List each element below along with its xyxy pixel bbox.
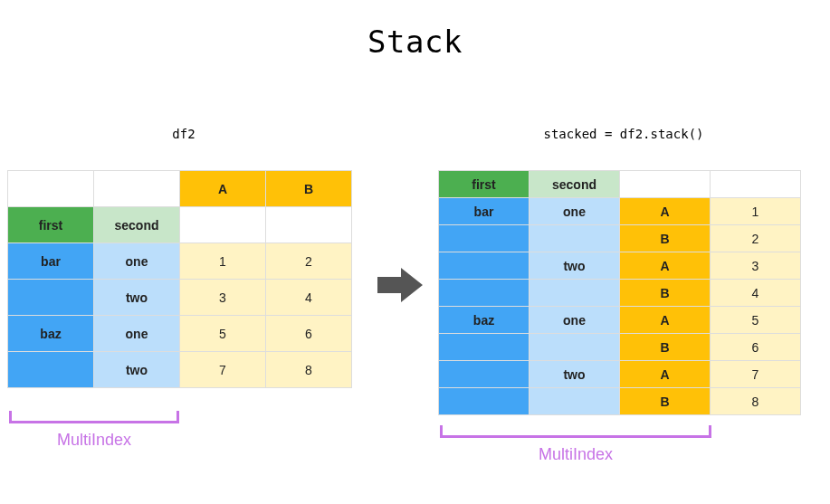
multiindex-bracket-left (9, 411, 179, 423)
cell: 4 (711, 280, 801, 307)
cell: 5 (711, 307, 801, 334)
cell: 6 (266, 316, 352, 352)
index-first (439, 388, 529, 415)
col-header-A: A (180, 171, 266, 207)
index-first: baz (8, 316, 94, 352)
table-row: two A 7 (439, 361, 801, 388)
diagram-title: Stack (0, 24, 830, 60)
table-row: bar one A 1 (439, 198, 801, 225)
svg-marker-0 (377, 268, 423, 302)
table-row: B 8 (439, 388, 801, 415)
right-caption: stacked = df2.stack() (438, 127, 809, 141)
index-second: two (529, 252, 620, 280)
col-label: A (620, 198, 711, 225)
cell: 5 (180, 316, 266, 352)
index-first: bar (439, 198, 529, 225)
table-row: two A 3 (439, 252, 801, 280)
index-second (529, 388, 620, 415)
table-row: first second (8, 207, 352, 243)
cell: 7 (711, 361, 801, 388)
col-label: A (620, 361, 711, 388)
index-first (439, 280, 529, 307)
index-first (439, 252, 529, 280)
index-first (439, 361, 529, 388)
stacked-table: first second bar one A 1 B 2 two A 3 B 4… (438, 170, 801, 415)
table-row: two 3 4 (8, 280, 352, 316)
index-name-second: second (529, 171, 620, 198)
index-first (439, 225, 529, 252)
cell: 4 (266, 280, 352, 316)
index-second: one (529, 198, 620, 225)
empty-cell (8, 171, 94, 207)
index-second: two (94, 352, 180, 388)
index-second: one (94, 243, 180, 280)
cell: 8 (266, 352, 352, 388)
index-first (8, 280, 94, 316)
index-second: one (94, 316, 180, 352)
col-label: A (620, 307, 711, 334)
table-row: A B (8, 171, 352, 207)
index-second: two (529, 361, 620, 388)
cell: 8 (711, 388, 801, 415)
table-row: B 2 (439, 225, 801, 252)
table-row: B 4 (439, 280, 801, 307)
cell: 6 (711, 334, 801, 361)
cell: 3 (180, 280, 266, 316)
index-name-second: second (94, 207, 180, 243)
multiindex-bracket-right (440, 425, 711, 438)
index-second (529, 225, 620, 252)
index-second (529, 280, 620, 307)
table-row: B 6 (439, 334, 801, 361)
df2-table: A B first second bar one 1 2 two 3 4 baz… (7, 170, 352, 388)
index-first (8, 352, 94, 388)
multiindex-label-left: MultiIndex (9, 431, 179, 450)
empty-cell (180, 207, 266, 243)
index-name-first: first (8, 207, 94, 243)
table-row: two 7 8 (8, 352, 352, 388)
index-second: two (94, 280, 180, 316)
index-first: bar (8, 243, 94, 280)
cell: 3 (711, 252, 801, 280)
cell: 7 (180, 352, 266, 388)
left-caption: df2 (7, 127, 360, 141)
col-label: B (620, 388, 711, 415)
empty-cell (266, 207, 352, 243)
empty-cell (94, 171, 180, 207)
table-row: baz one 5 6 (8, 316, 352, 352)
multiindex-label-right: MultiIndex (440, 445, 711, 464)
index-first: baz (439, 307, 529, 334)
cell: 2 (711, 225, 801, 252)
cell: 2 (266, 243, 352, 280)
empty-cell (620, 171, 711, 198)
index-name-first: first (439, 171, 529, 198)
index-second (529, 334, 620, 361)
cell: 1 (711, 198, 801, 225)
col-label: B (620, 280, 711, 307)
index-second: one (529, 307, 620, 334)
col-header-B: B (266, 171, 352, 207)
cell: 1 (180, 243, 266, 280)
empty-cell (711, 171, 801, 198)
col-label: A (620, 252, 711, 280)
table-row: bar one 1 2 (8, 243, 352, 280)
col-label: B (620, 334, 711, 361)
index-first (439, 334, 529, 361)
arrow-right-icon (377, 262, 423, 308)
table-row: baz one A 5 (439, 307, 801, 334)
table-row: first second (439, 171, 801, 198)
col-label: B (620, 225, 711, 252)
